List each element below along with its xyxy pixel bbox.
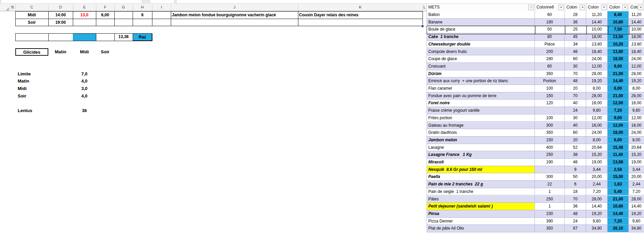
mets-value-cell[interactable]: 52 bbox=[565, 144, 586, 151]
mets-value-cell[interactable]: 46 bbox=[565, 48, 586, 56]
mets-value-cell[interactable]: 6,00 bbox=[608, 137, 629, 144]
mets-value-cell[interactable]: 2,44 bbox=[629, 181, 644, 188]
mets-value-cell[interactable]: 19,00 bbox=[586, 159, 608, 166]
mets-value-cell[interactable]: 7,20 bbox=[608, 107, 629, 114]
mets-value-cell[interactable]: 13,50 bbox=[608, 33, 629, 41]
mets-value-cell[interactable]: 390 bbox=[535, 218, 565, 225]
glicides-label-box[interactable]: Glicides bbox=[15, 48, 48, 56]
mets-value-cell[interactable]: 300 bbox=[535, 173, 565, 181]
mets-value-cell[interactable]: 60 bbox=[565, 55, 586, 63]
stat-value-limite[interactable]: 7,0 bbox=[73, 70, 96, 78]
mets-value-cell[interactable]: 24,00 bbox=[629, 129, 644, 137]
mets-value-cell[interactable]: 9,60 bbox=[586, 218, 608, 225]
mets-name-cell[interactable]: Petit dejeuner (sandwish salami ) bbox=[427, 203, 535, 210]
mets-value-cell[interactable]: 10,80 bbox=[608, 19, 629, 26]
mets-name-cell[interactable]: Frites portion bbox=[427, 114, 535, 122]
mets-value-cell[interactable]: 18,00 bbox=[586, 33, 608, 41]
mets-value-cell[interactable]: 19,00 bbox=[629, 159, 644, 166]
mets-value-cell[interactable]: 2,44 bbox=[586, 181, 608, 188]
filter-dropdown-button[interactable]: ▼ bbox=[558, 5, 564, 10]
mets-value-cell[interactable]: 230 bbox=[535, 210, 565, 218]
mets-value-cell[interactable] bbox=[535, 107, 565, 114]
table-header-mets[interactable]: METS↓↑ bbox=[427, 4, 535, 11]
mets-value-cell[interactable]: 7,20 bbox=[608, 218, 629, 225]
table-header-colon[interactable]: Colon▼ bbox=[629, 4, 644, 11]
mets-value-cell[interactable]: 22 bbox=[535, 181, 565, 188]
mets-value-cell[interactable]: 38 bbox=[565, 151, 586, 159]
mets-value-cell[interactable]: 30 bbox=[565, 63, 586, 70]
mets-value-cell[interactable]: 11,20 bbox=[629, 11, 644, 19]
mets-value-cell[interactable]: 45 bbox=[565, 33, 586, 41]
mets-value-cell[interactable]: 28,00 bbox=[629, 70, 644, 78]
mets-value-cell[interactable]: 30 bbox=[565, 114, 586, 122]
mets-value-cell[interactable]: 60 bbox=[535, 63, 565, 70]
mets-value-cell[interactable]: 300 bbox=[535, 122, 565, 129]
raz-row-cell-d10[interactable] bbox=[48, 34, 73, 41]
meal-cell-h8[interactable] bbox=[133, 19, 152, 26]
mets-value-cell[interactable]: 14,40 bbox=[629, 19, 644, 26]
mets-value-cell[interactable]: 190 bbox=[535, 19, 565, 26]
mets-value-cell[interactable]: 6,00 bbox=[608, 85, 629, 92]
mets-value-cell[interactable]: 20,64 bbox=[586, 144, 608, 151]
table-header-colon[interactable]: Colon▼ bbox=[565, 4, 586, 11]
mets-value-cell[interactable]: 14,40 bbox=[608, 210, 629, 218]
mets-value-cell[interactable]: 24 bbox=[565, 107, 586, 114]
mets-name-cell[interactable]: Miracoli bbox=[427, 159, 535, 166]
meal-cell-g8[interactable] bbox=[114, 19, 133, 26]
mets-value-cell[interactable]: 34,80 bbox=[629, 225, 644, 232]
raz-row-cell-g10[interactable] bbox=[114, 34, 133, 41]
column-header-F[interactable]: F bbox=[96, 4, 114, 11]
mets-value-cell[interactable]: 1 bbox=[535, 203, 565, 210]
mets-value-cell[interactable]: 25 bbox=[565, 26, 586, 33]
mets-value-cell[interactable]: 34 bbox=[565, 41, 586, 48]
mets-value-cell[interactable]: 14,40 bbox=[586, 203, 608, 210]
meal-cell-h7[interactable]: 6 bbox=[133, 12, 152, 19]
mets-name-cell[interactable]: Croissant bbox=[427, 63, 535, 70]
stat-label-matin[interactable]: Matin bbox=[17, 77, 48, 85]
mets-name-cell[interactable]: Boule de glace bbox=[427, 26, 535, 33]
mets-value-cell[interactable]: 19,20 bbox=[586, 210, 608, 218]
meal-cell-k7[interactable]: Cousin Dayer relais des reines bbox=[298, 12, 423, 19]
mets-name-cell[interactable]: Ballon bbox=[427, 11, 535, 19]
mets-value-cell[interactable]: 7,20 bbox=[586, 188, 608, 196]
stat-label-lentus[interactable]: Lentus bbox=[17, 107, 48, 114]
mets-value-cell[interactable]: 70 bbox=[565, 196, 586, 203]
stat-value-midi[interactable]: 3,0 bbox=[73, 85, 96, 92]
mets-value-cell[interactable]: 34,80 bbox=[586, 225, 608, 232]
mets-value-cell[interactable]: 70 bbox=[565, 92, 586, 100]
stat-label-limite[interactable]: Limite bbox=[17, 70, 48, 78]
mets-value-cell[interactable]: 11,40 bbox=[608, 151, 629, 159]
meal-cell-e8[interactable] bbox=[73, 19, 96, 26]
mets-value-cell[interactable]: 14,40 bbox=[608, 77, 629, 85]
mets-value-cell[interactable]: 19,20 bbox=[629, 210, 644, 218]
mets-value-cell[interactable]: 20,64 bbox=[629, 144, 644, 151]
mets-value-cell[interactable]: 9,60 bbox=[586, 107, 608, 114]
mets-value-cell[interactable]: 16,00 bbox=[629, 122, 644, 129]
mets-value-cell[interactable]: 24 bbox=[565, 218, 586, 225]
mets-value-cell[interactable]: 20,00 bbox=[629, 173, 644, 181]
meal-cell-c7[interactable]: Midi bbox=[15, 12, 49, 19]
mets-value-cell[interactable]: 2,58 bbox=[608, 166, 629, 174]
stat-label-soir[interactable]: Soir bbox=[17, 92, 48, 100]
mets-value-cell[interactable]: 9,00 bbox=[608, 114, 629, 122]
column-header-L[interactable]: L bbox=[423, 4, 427, 11]
column-header-I[interactable]: I bbox=[152, 4, 171, 11]
mets-name-cell[interactable]: Fondue avec pain ou pomme de terre bbox=[427, 92, 535, 100]
meal-cell-i7[interactable] bbox=[152, 12, 171, 19]
mets-value-cell[interactable]: 9 bbox=[565, 166, 586, 174]
mets-value-cell[interactable]: 9,00 bbox=[608, 63, 629, 70]
table-header-colon[interactable]: Colon▼ bbox=[586, 4, 608, 11]
mets-name-cell[interactable]: Cake 1 tranche bbox=[427, 33, 535, 41]
mets-value-cell[interactable] bbox=[535, 166, 565, 174]
mets-value-cell[interactable]: 70 bbox=[565, 70, 586, 78]
glicides-col-midi[interactable]: Midi bbox=[73, 48, 96, 56]
mets-name-cell[interactable]: Banane bbox=[427, 19, 535, 26]
mets-value-cell[interactable]: 28 bbox=[565, 11, 586, 19]
mets-name-cell[interactable]: Pain de seigle 1 tranche bbox=[427, 188, 535, 196]
meal-cell-k8[interactable] bbox=[298, 19, 423, 26]
meal-cell-f7[interactable]: 6,00 bbox=[96, 12, 115, 19]
mets-value-cell[interactable]: Portion bbox=[535, 77, 565, 85]
mets-name-cell[interactable]: Lasagne bbox=[427, 144, 535, 151]
meal-cell-e7[interactable]: 13,0 bbox=[73, 12, 96, 19]
mets-value-cell[interactable]: 15,48 bbox=[608, 144, 629, 151]
